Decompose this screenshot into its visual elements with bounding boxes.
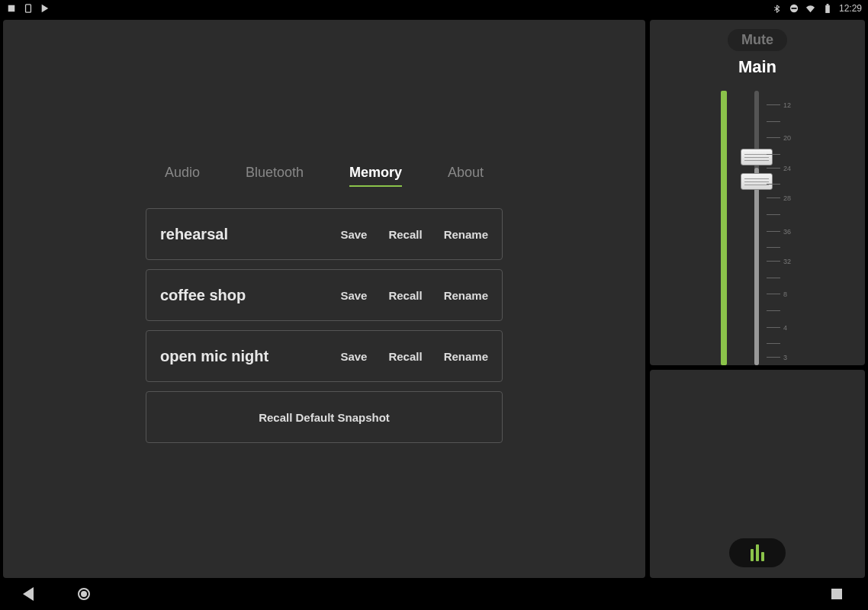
eq-bar-icon	[756, 544, 759, 561]
save-button[interactable]: Save	[340, 228, 367, 241]
svg-rect-4	[825, 5, 830, 12]
preset-row: open mic night Save Recall Rename	[146, 330, 503, 382]
mute-label: Mute	[741, 32, 773, 47]
fader-knob-1[interactable]	[741, 149, 773, 165]
preset-row: coffee shop Save Recall Rename	[146, 269, 503, 321]
tab-about[interactable]: About	[448, 165, 484, 187]
save-button[interactable]: Save	[340, 350, 367, 363]
channel-strip-panel	[650, 370, 865, 578]
fader-track-fill	[754, 168, 759, 365]
tick-label: 12	[783, 101, 791, 109]
tick-label: 36	[783, 228, 791, 236]
battery-icon	[822, 3, 833, 14]
tick-label: 3	[783, 354, 787, 361]
clock: 12:29	[839, 3, 862, 14]
android-nav-bar	[0, 581, 868, 607]
tab-audio[interactable]: Audio	[165, 165, 200, 187]
recall-button[interactable]: Recall	[388, 228, 422, 241]
rename-button[interactable]: Rename	[444, 228, 488, 241]
svg-rect-5	[827, 4, 829, 5]
tick-label: 20	[783, 134, 791, 142]
app-icon-2	[23, 3, 34, 14]
preset-name: coffee shop	[160, 287, 340, 304]
preset-row: rehearsal Save Recall Rename	[146, 208, 503, 260]
tab-bar: Audio Bluetooth Memory About	[165, 165, 484, 187]
recent-apps-button[interactable]	[831, 589, 842, 599]
dnd-icon	[789, 3, 799, 14]
fader-knob-2[interactable]	[741, 173, 773, 190]
status-right: 12:29	[772, 3, 862, 14]
back-button[interactable]	[23, 587, 34, 601]
play-store-icon	[40, 3, 50, 14]
recall-button[interactable]: Recall	[388, 289, 422, 302]
preset-name: rehearsal	[160, 226, 340, 243]
svg-rect-0	[8, 5, 15, 12]
level-meter	[721, 91, 727, 365]
eq-button[interactable]	[729, 538, 786, 567]
mute-button[interactable]: Mute	[728, 29, 787, 51]
tab-memory[interactable]: Memory	[349, 165, 402, 187]
recall-default-label: Recall Default Snapshot	[259, 411, 390, 424]
preset-list: rehearsal Save Recall Rename coffee shop…	[146, 208, 503, 443]
tab-bluetooth[interactable]: Bluetooth	[246, 165, 304, 187]
save-button[interactable]: Save	[340, 289, 367, 302]
channel-label: Main	[738, 57, 776, 77]
tick-label: 28	[783, 194, 791, 202]
recall-button[interactable]: Recall	[388, 350, 422, 363]
rename-button[interactable]: Rename	[444, 289, 488, 302]
main-fader-panel: Mute Main 12 20 24 28 36	[650, 20, 865, 365]
home-button[interactable]	[78, 588, 90, 600]
tick-label: 4	[783, 324, 787, 332]
wifi-icon	[805, 3, 816, 14]
svg-rect-1	[26, 5, 31, 12]
rename-button[interactable]: Rename	[444, 350, 488, 363]
status-bar: 12:29	[0, 0, 868, 17]
fader-area: 12 20 24 28 36 32 8 4 3	[712, 91, 803, 365]
app-icon-1	[6, 3, 17, 14]
status-left	[6, 3, 50, 14]
tick-label: 32	[783, 258, 791, 265]
eq-bar-icon	[751, 549, 754, 561]
svg-rect-3	[792, 8, 797, 9]
settings-panel: Audio Bluetooth Memory About rehearsal S…	[3, 20, 645, 578]
tick-label: 8	[783, 291, 787, 298]
eq-bar-icon	[761, 552, 764, 561]
tick-label: 24	[783, 165, 791, 172]
bluetooth-icon	[772, 3, 783, 14]
recall-default-button[interactable]: Recall Default Snapshot	[146, 391, 503, 443]
preset-name: open mic night	[160, 348, 340, 365]
